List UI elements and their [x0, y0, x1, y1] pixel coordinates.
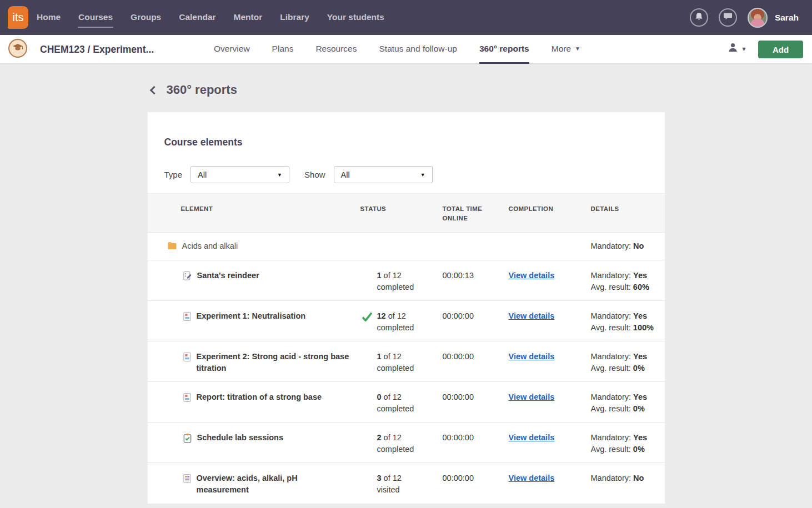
- table-row: Report: titration of a strong base 0 of …: [148, 381, 665, 422]
- status-line2: completed: [377, 281, 443, 293]
- graduation-cap-icon: [12, 43, 23, 54]
- status-of: of 12: [386, 311, 406, 320]
- chat-icon: [723, 12, 733, 23]
- type-filter-label: Type: [164, 170, 183, 179]
- nav-item-your-students[interactable]: Your students: [327, 8, 385, 28]
- element-title: Report: titration of a strong base: [197, 391, 322, 406]
- status-count: 1: [377, 352, 382, 361]
- total-time-cell: 00:00:00: [443, 351, 509, 363]
- back-icon[interactable]: [149, 86, 158, 95]
- assignment-icon: [183, 352, 192, 374]
- avg-result-label: Avg. result:: [591, 283, 631, 291]
- chevron-down-icon: ▼: [575, 46, 580, 52]
- column-header-status: STATUS: [360, 204, 443, 232]
- main-nav: Home Courses Groups Calendar Mentor Libr…: [36, 8, 385, 28]
- status-line2: completed: [377, 444, 443, 455]
- element-title: Experiment 1: Neutralisation: [197, 310, 306, 325]
- notifications-button[interactable]: [690, 8, 708, 27]
- view-details-link[interactable]: View details: [509, 393, 555, 401]
- folder-icon: [167, 242, 177, 253]
- nav-item-courses[interactable]: Courses: [78, 8, 113, 28]
- column-header-completion: COMPLETION: [509, 204, 591, 232]
- tab-more[interactable]: More ▼: [552, 35, 580, 64]
- total-time-cell: 00:00:00: [443, 391, 509, 403]
- nav-item-mentor[interactable]: Mentor: [233, 8, 263, 28]
- avg-result-label: Avg. result:: [591, 364, 631, 373]
- status-cell: 12 of 12 completed: [360, 310, 443, 334]
- status-count: 3: [377, 474, 382, 482]
- table-body: Acids and alkali Mandatory: No: [148, 232, 665, 503]
- view-details-link[interactable]: View details: [509, 271, 555, 280]
- topbar-right-cluster: Sarah: [690, 8, 812, 28]
- assignment-icon: [183, 393, 192, 406]
- nav-item-calendar[interactable]: Calendar: [178, 8, 216, 28]
- chevron-down-icon: ▼: [277, 172, 282, 178]
- details-cell: Mandatory: Yes Avg. result: 0%: [591, 351, 665, 374]
- status-of: of 12: [382, 433, 402, 442]
- tab-overview[interactable]: Overview: [214, 35, 250, 64]
- status-cell: 1 of 12 completed: [360, 270, 443, 293]
- type-filter-dropdown[interactable]: All ▼: [191, 166, 289, 183]
- view-details-link[interactable]: View details: [509, 474, 555, 482]
- assignment-icon: [183, 311, 192, 325]
- nav-item-groups[interactable]: Groups: [130, 8, 162, 28]
- mandatory-value: Yes: [633, 433, 647, 442]
- chevron-down-icon: ▼: [741, 46, 747, 52]
- view-details-link[interactable]: View details: [509, 311, 555, 320]
- course-tabs: Overview Plans Resources Status and foll…: [214, 35, 580, 64]
- element-title: Santa's reindeer: [197, 270, 259, 284]
- status-cell: 3 of 12 visited: [360, 472, 443, 496]
- table-row: Experiment 1: Neutralisation 12 of 12 co…: [148, 300, 665, 341]
- view-details-link[interactable]: View details: [509, 352, 555, 361]
- user-name: Sarah: [775, 13, 799, 23]
- mandatory-label: Mandatory:: [591, 352, 631, 361]
- tab-plans[interactable]: Plans: [272, 35, 294, 64]
- view-details-link[interactable]: View details: [509, 433, 555, 442]
- show-filter-label: Show: [304, 170, 325, 179]
- status-line2: visited: [377, 484, 443, 496]
- participant-view-menu[interactable]: ▼: [728, 42, 747, 55]
- total-time-cell: 00:00:00: [443, 310, 509, 322]
- add-button[interactable]: Add: [758, 41, 803, 58]
- course-elements-card: Course elements Type All ▼ Show All ▼ EL…: [148, 112, 665, 504]
- table-row: Schedule lab sessions 2 of 12 completed …: [148, 422, 665, 462]
- element-title: Overview: acids, alkali, pH measurement: [197, 472, 350, 496]
- table-row: Overview: acids, alkali, pH measurement …: [148, 462, 665, 503]
- element-title: Experiment 2: Strong acid - strong base …: [197, 351, 350, 374]
- page-title: 360° reports: [167, 83, 237, 97]
- tab-status-and-follow-up[interactable]: Status and follow-up: [379, 35, 457, 64]
- course-avatar: [8, 39, 27, 58]
- course-title[interactable]: CHEM123 / Experiment...: [40, 35, 154, 64]
- show-filter-dropdown[interactable]: All ▼: [334, 166, 433, 183]
- tab-360-reports[interactable]: 360° reports: [479, 35, 529, 64]
- avg-result-value: 100%: [633, 323, 654, 332]
- status-of: of 12: [382, 393, 402, 401]
- details-cell: Mandatory: Yes Avg. result: 60%: [591, 270, 665, 293]
- show-filter-value: All: [341, 170, 350, 179]
- nav-item-home[interactable]: Home: [36, 8, 61, 28]
- nav-item-library[interactable]: Library: [279, 8, 310, 28]
- mandatory-value: Yes: [633, 352, 647, 361]
- tab-more-label: More: [552, 44, 571, 54]
- completed-check-icon: [362, 311, 373, 325]
- messages-button[interactable]: [719, 8, 737, 27]
- column-header-total-time-online: TOTAL TIME ONLINE: [443, 204, 509, 232]
- avg-result-label: Avg. result:: [591, 323, 631, 332]
- user-avatar[interactable]: [748, 8, 768, 28]
- mandatory-label: Mandatory:: [591, 271, 631, 280]
- chevron-down-icon: ▼: [420, 172, 425, 178]
- top-navigation-bar: its Home Courses Groups Calendar Mentor …: [0, 0, 812, 35]
- total-time-cell: 00:00:00: [443, 472, 509, 484]
- status-count: 0: [377, 393, 382, 401]
- mandatory-value: Yes: [633, 271, 647, 280]
- status-cell: 2 of 12 completed: [360, 432, 443, 455]
- table-row: Santa's reindeer 1 of 12 completed 00:00…: [148, 260, 665, 300]
- page-icon: [183, 474, 192, 496]
- status-line2: completed: [377, 403, 443, 415]
- status-line2: completed: [377, 322, 443, 334]
- bell-icon: [694, 12, 704, 23]
- tab-resources[interactable]: Resources: [315, 35, 357, 64]
- card-heading: Course elements: [164, 137, 665, 148]
- total-time-cell: 00:00:00: [443, 432, 509, 444]
- itslearning-logo[interactable]: its: [8, 6, 28, 29]
